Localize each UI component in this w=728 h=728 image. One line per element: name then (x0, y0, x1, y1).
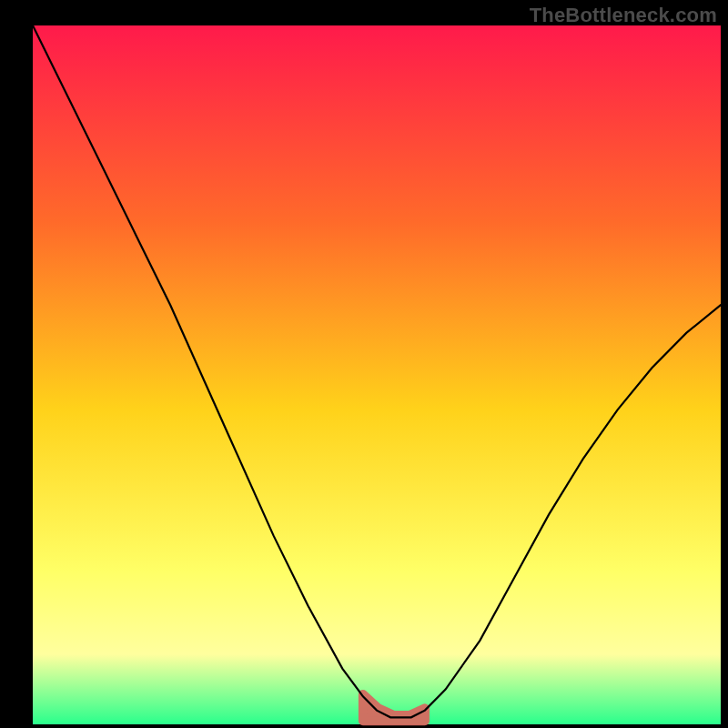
watermark-text: TheBottleneck.com (530, 4, 717, 27)
bottleneck-chart (0, 0, 728, 728)
plot-background (33, 25, 721, 724)
chart-frame: TheBottleneck.com (0, 0, 728, 728)
